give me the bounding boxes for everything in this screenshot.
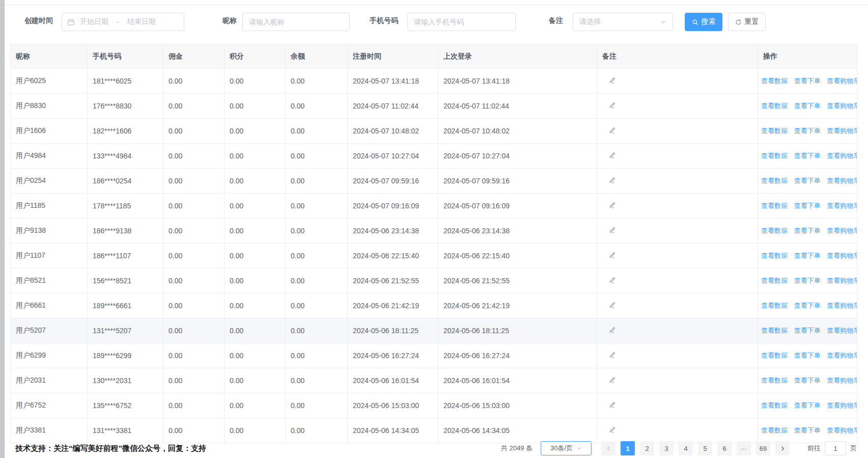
edit-remark-icon[interactable] xyxy=(608,151,616,159)
date-range-input[interactable]: 开始日期 - 结束日期 xyxy=(62,13,184,31)
view-orders-link[interactable]: 查看下单 xyxy=(794,327,821,334)
view-orders-link[interactable]: 查看下单 xyxy=(794,277,821,284)
view-orders-link[interactable]: 查看下单 xyxy=(794,401,821,409)
cell-last-login: 2024-05-07 13:41:18 xyxy=(438,69,597,94)
view-cart-link[interactable]: 查看购物车 xyxy=(827,352,857,359)
view-data-link[interactable]: 查看数据 xyxy=(761,152,788,159)
cell-last-login: 2024-05-06 22:15:40 xyxy=(438,244,597,268)
view-cart-link[interactable]: 查看购物车 xyxy=(827,376,857,384)
edit-remark-icon[interactable] xyxy=(608,401,616,409)
edit-remark-icon[interactable] xyxy=(608,126,616,134)
table-row: 用户6299 189****6299 0.00 0.00 0.00 2024-0… xyxy=(11,343,857,368)
view-orders-link[interactable]: 查看下单 xyxy=(794,202,821,209)
view-data-link[interactable]: 查看数据 xyxy=(761,302,788,309)
page-size-value: 30条/页 xyxy=(550,444,573,453)
view-orders-link[interactable]: 查看下单 xyxy=(794,352,821,359)
view-data-link[interactable]: 查看数据 xyxy=(761,127,788,134)
prev-page-button[interactable] xyxy=(601,441,615,455)
cell-register-time: 2024-05-07 09:16:09 xyxy=(348,194,438,219)
view-cart-link[interactable]: 查看购物车 xyxy=(827,277,857,284)
edit-remark-icon[interactable] xyxy=(608,351,616,359)
edit-remark-icon[interactable] xyxy=(608,326,616,334)
edit-remark-icon[interactable] xyxy=(608,376,616,384)
cell-commission: 0.00 xyxy=(163,368,225,393)
view-orders-link[interactable]: 查看下单 xyxy=(794,252,821,259)
page-button-3[interactable]: 3 xyxy=(659,441,674,455)
view-orders-link[interactable]: 查看下单 xyxy=(794,227,821,234)
view-cart-link[interactable]: 查看购物车 xyxy=(827,202,857,209)
cell-phone: 186****0254 xyxy=(88,169,163,194)
phone-input[interactable] xyxy=(407,13,516,31)
page-button-1[interactable]: 1 xyxy=(621,441,635,455)
cell-commission: 0.00 xyxy=(163,169,225,194)
page-button-5[interactable]: 5 xyxy=(698,441,712,455)
view-data-link[interactable]: 查看数据 xyxy=(761,327,788,334)
view-cart-link[interactable]: 查看购物车 xyxy=(827,426,857,434)
view-orders-link[interactable]: 查看下单 xyxy=(794,426,821,434)
view-orders-link[interactable]: 查看下单 xyxy=(794,177,821,184)
view-cart-link[interactable]: 查看购物车 xyxy=(827,102,857,110)
view-cart-link[interactable]: 查看购物车 xyxy=(827,227,857,234)
view-cart-link[interactable]: 查看购物车 xyxy=(827,77,857,85)
view-orders-link[interactable]: 查看下单 xyxy=(794,127,821,134)
edit-remark-icon[interactable] xyxy=(608,101,616,109)
view-cart-link[interactable]: 查看购物车 xyxy=(827,177,857,184)
table-row: 用户1107 186****1107 0.00 0.00 0.00 2024-0… xyxy=(11,244,857,268)
edit-remark-icon[interactable] xyxy=(608,176,616,184)
edit-remark-icon[interactable] xyxy=(608,76,616,84)
view-data-link[interactable]: 查看数据 xyxy=(761,401,788,409)
cell-commission: 0.00 xyxy=(163,194,225,219)
cell-nickname: 用户0254 xyxy=(11,169,88,194)
remark-select[interactable]: 请选择 xyxy=(573,13,673,31)
cell-remark xyxy=(597,418,758,443)
view-orders-link[interactable]: 查看下单 xyxy=(794,77,821,85)
view-cart-link[interactable]: 查看购物车 xyxy=(827,327,857,334)
view-orders-link[interactable]: 查看下单 xyxy=(794,376,821,384)
view-cart-link[interactable]: 查看购物车 xyxy=(827,302,857,309)
page-button-6[interactable]: 6 xyxy=(717,441,732,455)
search-button[interactable]: 搜索 xyxy=(685,13,722,31)
page-button-69[interactable]: 69 xyxy=(756,441,770,455)
next-page-button[interactable] xyxy=(775,441,790,455)
view-data-link[interactable]: 查看数据 xyxy=(761,202,788,209)
page-size-select[interactable]: 30条/页 xyxy=(541,441,592,455)
view-cart-link[interactable]: 查看购物车 xyxy=(827,127,857,134)
jump-page-input[interactable] xyxy=(825,441,846,455)
edit-remark-icon[interactable] xyxy=(608,251,616,259)
view-orders-link[interactable]: 查看下单 xyxy=(794,102,821,110)
view-data-link[interactable]: 查看数据 xyxy=(761,376,788,384)
cell-points: 0.00 xyxy=(225,268,286,293)
page-ellipsis-button[interactable]: ··· xyxy=(737,441,751,455)
reset-button[interactable]: 重置 xyxy=(728,13,766,31)
cell-points: 0.00 xyxy=(225,318,286,343)
view-data-link[interactable]: 查看数据 xyxy=(761,352,788,359)
col-header-register-time: 注册时间 xyxy=(348,44,438,69)
view-data-link[interactable]: 查看数据 xyxy=(761,426,788,434)
view-orders-link[interactable]: 查看下单 xyxy=(794,152,821,159)
edit-remark-icon[interactable] xyxy=(608,426,616,434)
view-data-link[interactable]: 查看数据 xyxy=(761,277,788,284)
view-data-link[interactable]: 查看数据 xyxy=(761,177,788,184)
view-cart-link[interactable]: 查看购物车 xyxy=(827,152,857,159)
cell-phone: 189****6299 xyxy=(88,343,163,368)
view-cart-link[interactable]: 查看购物车 xyxy=(827,252,857,259)
view-data-link[interactable]: 查看数据 xyxy=(761,227,788,234)
page-button-2[interactable]: 2 xyxy=(640,441,654,455)
cell-last-login: 2024-05-06 16:27:24 xyxy=(438,343,597,368)
table-row: 用户1606 182****1606 0.00 0.00 0.00 2024-0… xyxy=(11,119,857,144)
cell-nickname: 用户1606 xyxy=(11,119,88,144)
edit-remark-icon[interactable] xyxy=(608,201,616,209)
view-data-link[interactable]: 查看数据 xyxy=(761,252,788,259)
create-time-label: 创建时间 xyxy=(24,16,53,25)
page-button-4[interactable]: 4 xyxy=(679,441,693,455)
view-orders-link[interactable]: 查看下单 xyxy=(794,302,821,309)
edit-remark-icon[interactable] xyxy=(608,301,616,309)
edit-remark-icon[interactable] xyxy=(608,226,616,234)
edit-remark-icon[interactable] xyxy=(608,276,616,284)
view-data-link[interactable]: 查看数据 xyxy=(761,77,788,85)
cell-commission: 0.00 xyxy=(163,144,225,169)
nickname-input[interactable] xyxy=(242,13,350,31)
cell-remark xyxy=(597,144,758,169)
view-data-link[interactable]: 查看数据 xyxy=(761,102,788,110)
view-cart-link[interactable]: 查看购物车 xyxy=(827,401,857,409)
